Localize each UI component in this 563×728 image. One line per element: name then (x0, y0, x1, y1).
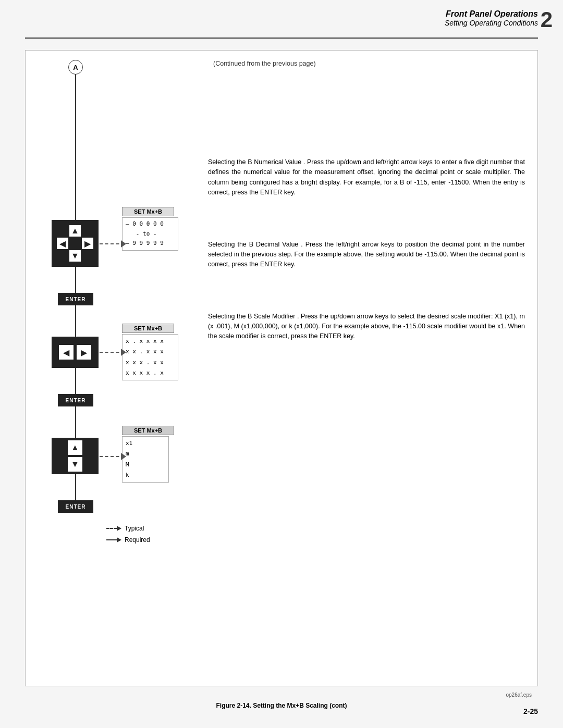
left-arrow-2[interactable]: ◀ (59, 345, 74, 360)
val-box-2: x . x x x x x x . x x x x x x . x x x x … (122, 334, 178, 380)
eps-label: op26af.eps (506, 692, 532, 698)
val-box-3: x1 m M k (122, 436, 169, 483)
typical-label: Typical (125, 525, 144, 532)
text-content-2: Selecting the B Decimal Value . Press th… (208, 240, 525, 270)
text-content-3: Selecting the B Scale Modifier . Press t… (208, 312, 525, 342)
empty-cell (57, 250, 68, 262)
set-box-2: SET Mx+B (122, 324, 174, 333)
down-arrow[interactable]: ▼ (69, 250, 81, 262)
line-enter1-to-block2 (75, 305, 76, 337)
val-box-1: – 0 0 0 0 0 - to - – 9 9 9 9 9 (122, 217, 178, 251)
arrow-block-2: ◀ ▶ (52, 337, 99, 368)
arrow-block-3: ▲ ▼ (52, 438, 99, 474)
legend: Typical Required (106, 525, 150, 544)
text-section-1: Selecting the B Numerical Value . Press … (208, 157, 525, 198)
header-line (25, 38, 538, 39)
typical-arrow-icon (106, 526, 121, 531)
content-box: (Continued from the previous page) A ▲ ◀… (25, 50, 538, 686)
header: Front Panel Operations Setting Operating… (445, 9, 538, 27)
empty-cell (57, 225, 68, 237)
right-arrow[interactable]: ▶ (82, 238, 93, 249)
diagram-area: A ▲ ◀ ▶ ▼ (26, 51, 203, 686)
required-label: Required (125, 536, 150, 544)
header-subtitle: Setting Operating Conditions (445, 19, 538, 27)
empty-cell (82, 225, 93, 237)
set-box-3: SET Mx+B (122, 426, 174, 435)
empty-cell (69, 238, 81, 249)
arrow-indicator-3 (121, 453, 126, 460)
arrow-indicator-1 (121, 240, 126, 248)
down-arrow-3[interactable]: ▼ (68, 457, 82, 472)
line-block1-to-enter1 (75, 267, 76, 293)
right-arrow-2[interactable]: ▶ (77, 345, 91, 360)
text-section-3: Selecting the B Scale Modifier . Press t… (208, 312, 525, 342)
text-area: Selecting the B Numerical Value . Press … (203, 51, 537, 686)
up-arrow-3[interactable]: ▲ (68, 440, 82, 455)
set-box-1: SET Mx+B (122, 207, 174, 216)
enter-btn-3[interactable]: ENTER (58, 500, 93, 513)
legend-required: Required (106, 536, 150, 544)
text-section-2: Selecting the B Decimal Value . Press th… (208, 240, 525, 270)
arrow-indicator-2 (121, 349, 126, 356)
line-a-to-block1 (75, 75, 76, 220)
enter-btn-1[interactable]: ENTER (58, 293, 93, 305)
line-block2-to-enter2 (75, 368, 76, 394)
line-block3-to-enter3 (75, 474, 76, 500)
required-arrow-icon (106, 537, 121, 542)
left-arrow[interactable]: ◀ (57, 238, 68, 249)
arrow-block-1: ▲ ◀ ▶ ▼ (52, 220, 99, 267)
label-a: A (68, 60, 83, 75)
legend-typical: Typical (106, 525, 150, 532)
chapter-number: 2 (541, 7, 553, 32)
header-title: Front Panel Operations (445, 9, 538, 19)
page-number: 2-25 (523, 707, 538, 715)
text-content-1: Selecting the B Numerical Value . Press … (208, 157, 525, 198)
figure-caption: Figure 2-14. Setting the Mx+B Scaling (c… (216, 702, 347, 709)
up-arrow[interactable]: ▲ (69, 225, 81, 237)
empty-cell (82, 250, 93, 262)
line-enter2-to-block3 (75, 406, 76, 438)
page: Front Panel Operations Setting Operating… (0, 0, 563, 728)
enter-btn-2[interactable]: ENTER (58, 394, 93, 406)
